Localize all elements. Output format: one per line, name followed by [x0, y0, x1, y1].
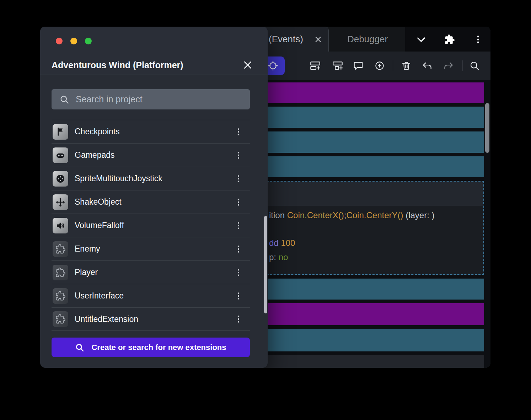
- puzzle-icon: [53, 241, 68, 257]
- dialog-header: Adventurous Wind (Platformer): [40, 27, 268, 75]
- event-conditions-area[interactable]: [250, 182, 483, 206]
- add-circle-icon[interactable]: [371, 57, 388, 75]
- extension-label: Gamepads: [75, 150, 115, 160]
- tab-close-icon[interactable]: [313, 35, 323, 44]
- dialog-close-icon[interactable]: [242, 59, 253, 71]
- code-segment: no: [279, 252, 288, 262]
- events-toolbar: [249, 52, 490, 80]
- redo-icon[interactable]: [440, 57, 457, 75]
- toolbar-separator: [393, 60, 393, 71]
- puzzle-icon: [53, 265, 68, 280]
- move-icon: [53, 194, 68, 210]
- event-row[interactable]: [249, 303, 484, 325]
- code-segment: p:: [269, 252, 279, 262]
- tab-debugger[interactable]: Debugger: [330, 27, 405, 52]
- editor-window: (Events) Debugger: [249, 27, 490, 368]
- event-action-line[interactable]: p: no: [250, 252, 483, 263]
- extension-row[interactable]: Gamepads: [52, 143, 250, 167]
- extension-label: ShakeObject: [75, 197, 122, 207]
- undo-icon[interactable]: [418, 57, 436, 75]
- extension-label: UserInterface: [75, 291, 124, 301]
- extension-row[interactable]: Enemy: [52, 237, 250, 260]
- dialog-title: Adventurous Wind (Platformer): [52, 60, 183, 70]
- joystick-icon: [53, 171, 68, 187]
- search-events-icon[interactable]: [466, 57, 483, 75]
- extension-row[interactable]: UserInterface: [52, 284, 250, 307]
- screen: (Events) Debugger: [0, 0, 531, 420]
- project-search-box: [52, 89, 250, 109]
- events-sheet: ition Coin.CenterX();Coin.CenterY() (lay…: [249, 80, 490, 368]
- add-subevent-icon[interactable]: [329, 57, 347, 75]
- event-row[interactable]: [249, 329, 484, 351]
- extension-row[interactable]: SpriteMultitouchJoystick: [52, 167, 250, 190]
- extension-menu-icon[interactable]: [232, 125, 245, 138]
- event-row[interactable]: [249, 355, 484, 368]
- event-row[interactable]: [249, 82, 484, 103]
- extension-menu-icon[interactable]: [232, 243, 245, 255]
- search-input[interactable]: [69, 89, 250, 109]
- flag-icon: [53, 124, 68, 140]
- overflow-menu-icon[interactable]: [471, 32, 485, 47]
- zoom-window-button[interactable]: [85, 38, 92, 44]
- puzzle-icon: [53, 311, 68, 327]
- chevron-down-icon[interactable]: [414, 32, 428, 47]
- close-window-button[interactable]: [56, 38, 63, 44]
- event-action-line[interactable]: dd 100: [250, 238, 483, 248]
- cta-label: Create or search for new extensions: [91, 343, 226, 352]
- minimize-window-button[interactable]: [70, 38, 77, 44]
- extension-label: Checkpoints: [75, 127, 120, 136]
- tabbar-controls: [405, 27, 490, 52]
- extension-menu-icon[interactable]: [232, 313, 245, 325]
- search-icon: [59, 95, 69, 104]
- extension-menu-icon[interactable]: [232, 149, 245, 162]
- extensions-puzzle-icon[interactable]: [442, 32, 457, 47]
- code-segment: ition: [269, 210, 287, 220]
- gamepad-icon: [53, 147, 68, 163]
- extension-row[interactable]: VolumeFalloff: [52, 214, 250, 237]
- extension-label: SpriteMultitouchJoystick: [75, 174, 162, 183]
- extensions-list: CheckpointsGamepadsSpriteMultitouchJoyst…: [52, 120, 250, 331]
- code-segment: dd: [269, 238, 281, 248]
- window-controls: [56, 38, 92, 44]
- tab-debugger-label: Debugger: [347, 34, 388, 45]
- extension-label: Enemy: [75, 244, 100, 254]
- extension-label: VolumeFalloff: [75, 221, 124, 230]
- add-comment-icon[interactable]: [349, 57, 367, 75]
- extension-menu-icon[interactable]: [232, 266, 245, 279]
- add-event-icon[interactable]: [306, 57, 324, 75]
- event-row[interactable]: [249, 131, 484, 153]
- extension-menu-icon[interactable]: [232, 196, 245, 209]
- event-row[interactable]: [249, 279, 484, 300]
- editor-scrollbar-thumb[interactable]: [485, 103, 489, 153]
- extension-row[interactable]: ShakeObject: [52, 190, 250, 214]
- extension-row[interactable]: UntitledExtension: [52, 307, 250, 331]
- puzzle-icon: [53, 288, 68, 304]
- search-icon: [75, 343, 84, 352]
- create-search-extensions-button[interactable]: Create or search for new extensions: [52, 338, 250, 357]
- delete-icon[interactable]: [397, 57, 415, 75]
- code-segment: (layer: ): [403, 210, 435, 220]
- event-row[interactable]: [249, 107, 484, 128]
- selected-event[interactable]: ition Coin.CenterX();Coin.CenterY() (lay…: [249, 181, 484, 275]
- speaker-icon: [53, 218, 68, 233]
- code-segment: Coin.CenterX(): [287, 210, 344, 220]
- extension-menu-icon[interactable]: [232, 290, 245, 302]
- extension-menu-icon[interactable]: [232, 219, 245, 232]
- dialog-scrollbar-thumb[interactable]: [264, 216, 267, 313]
- code-segment: Coin.CenterY(): [346, 210, 403, 220]
- extension-row[interactable]: Checkpoints: [52, 120, 250, 143]
- event-action-line[interactable]: ition Coin.CenterX();Coin.CenterY() (lay…: [250, 210, 483, 221]
- tab-events-label: (Events): [269, 34, 303, 45]
- extension-label: UntitledExtension: [75, 314, 138, 324]
- extension-row[interactable]: Player: [52, 260, 250, 284]
- extension-menu-icon[interactable]: [232, 172, 245, 185]
- tab-bar: (Events) Debugger: [249, 27, 490, 52]
- event-row[interactable]: [249, 156, 484, 178]
- code-segment: 100: [281, 238, 295, 248]
- toolbar-separator: [462, 60, 463, 71]
- extensions-dialog: Adventurous Wind (Platformer) Checkpoint…: [40, 27, 268, 368]
- extension-label: Player: [75, 268, 98, 277]
